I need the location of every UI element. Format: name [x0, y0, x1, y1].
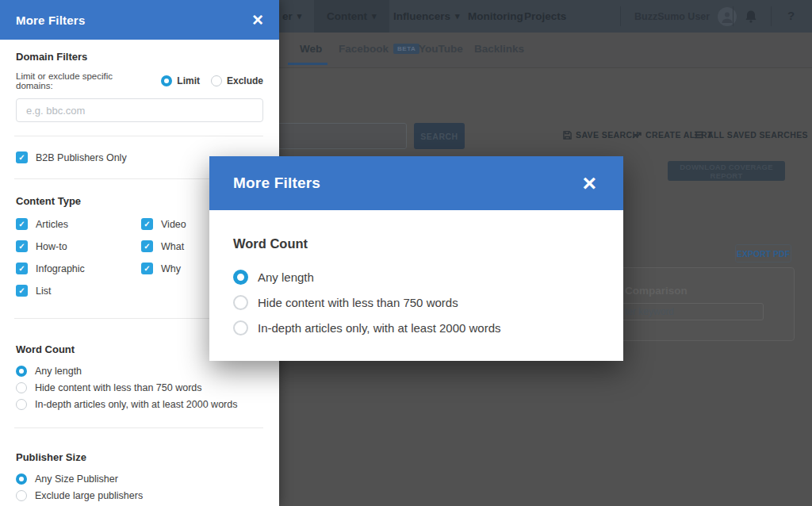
chevron-down-icon: ▾ — [297, 11, 302, 21]
modal-word-count-750[interactable]: Hide content with less than 750 words — [233, 295, 599, 310]
checkbox-checked-icon[interactable]: ✓ — [16, 151, 28, 163]
content-type-articles[interactable]: ✓ Articles — [16, 218, 141, 230]
tab-label: Facebook — [339, 43, 389, 55]
limit-label: Limit — [177, 75, 200, 86]
radio-selected-icon[interactable] — [233, 270, 248, 285]
radio-unselected-icon[interactable] — [16, 382, 27, 393]
nav-divider — [733, 6, 733, 26]
all-saved-searches-label: ALL SAVED SEARCHES — [707, 130, 808, 140]
person-icon — [721, 10, 733, 23]
modal-word-count-any-length[interactable]: Any length — [233, 270, 599, 285]
domain-hint: Limit or exclude specific domains: — [16, 71, 151, 90]
comparison-keyword-input[interactable] — [611, 303, 764, 320]
checkbox-checked-icon[interactable]: ✓ — [16, 263, 28, 274]
publisher-any-size[interactable]: Any Size Publisher — [16, 473, 263, 485]
radio-unselected-icon[interactable] — [16, 399, 27, 410]
panel-header: More Filters × — [0, 0, 279, 40]
radio-unselected-icon[interactable] — [16, 490, 27, 501]
modal-title: More Filters — [233, 174, 320, 192]
screen: er ▾ Content ▾ Influencers ▾ Monitoring … — [0, 0, 812, 506]
tab-backlinks[interactable]: Backlinks — [474, 43, 524, 55]
limit-radio[interactable] — [161, 75, 172, 86]
beta-badge: BETA — [393, 44, 419, 54]
nav-item-label: Content — [327, 10, 367, 22]
close-icon[interactable]: × — [252, 10, 263, 29]
all-saved-searches-link[interactable]: ALL SAVED SEARCHES — [695, 130, 808, 140]
exclude-radio[interactable] — [211, 75, 222, 86]
checkbox-label: List — [36, 286, 51, 297]
radio-unselected-icon[interactable] — [233, 320, 248, 335]
word-count-any-length[interactable]: Any length — [16, 366, 263, 377]
download-coverage-report-button[interactable]: DOWNLOAD COVERAGE REPORT — [668, 161, 785, 181]
nav-item-label: Monitoring — [468, 10, 523, 22]
radio-selected-icon[interactable] — [16, 473, 27, 485]
chevron-down-icon: ▾ — [455, 11, 460, 21]
content-type-list[interactable]: ✓ List — [16, 285, 141, 297]
content-type-howto[interactable]: ✓ How-to — [16, 240, 141, 252]
checkbox-checked-icon[interactable]: ✓ — [141, 218, 153, 230]
modal-body: Word Count Any length Hide content with … — [209, 236, 623, 335]
radio-label: Hide content with less than 750 words — [35, 382, 202, 393]
help-button[interactable]: ? — [787, 9, 795, 22]
radio-selected-icon[interactable] — [16, 366, 27, 377]
checkbox-label: Articles — [36, 219, 68, 230]
nav-item-label: Projects — [524, 10, 566, 22]
panel-title: More Filters — [16, 13, 85, 27]
publisher-size-title: Publisher Size — [16, 451, 263, 463]
word-count-750[interactable]: Hide content with less than 750 words — [16, 382, 263, 393]
comparison-title: Comparison — [625, 285, 688, 297]
save-search-link[interactable]: SAVE SEARCH — [563, 130, 638, 140]
chevron-down-icon: ▾ — [372, 11, 377, 21]
b2b-label: B2B Publishers Only — [36, 152, 127, 163]
publisher-exclude-large[interactable]: Exclude large publishers — [16, 490, 263, 501]
divider — [14, 136, 263, 136]
nav-item-partial[interactable]: er ▾ — [282, 0, 301, 33]
tab-facebook[interactable]: FacebookBETA — [339, 43, 419, 55]
exclude-label: Exclude — [227, 75, 263, 86]
save-icon — [563, 131, 572, 140]
nav-item-monitoring[interactable]: Monitoring — [468, 0, 523, 33]
nav-divider — [620, 6, 621, 26]
active-tab-underline — [288, 63, 327, 65]
radio-label: Hide content with less than 750 words — [258, 296, 458, 309]
radio-label: Any length — [35, 366, 82, 377]
avatar — [718, 7, 737, 26]
nav-item-influencers[interactable]: Influencers ▾ — [393, 0, 460, 33]
tab-web[interactable]: Web — [300, 43, 322, 55]
tab-youtube[interactable]: YouTube — [419, 43, 463, 55]
checkbox-label: How-to — [36, 241, 67, 252]
radio-label: In-depth articles only, with at least 20… — [258, 321, 501, 335]
modal-word-count-2000[interactable]: In-depth articles only, with at least 20… — [233, 320, 599, 335]
user-menu[interactable]: BuzzSumo User — [634, 0, 737, 33]
checkbox-checked-icon[interactable]: ✓ — [16, 285, 28, 297]
domain-input[interactable] — [16, 98, 263, 122]
search-button[interactable]: SEARCH — [414, 123, 465, 149]
content-type-infographic[interactable]: ✓ Infographic — [16, 263, 141, 274]
search-input[interactable] — [262, 123, 407, 149]
word-count-2000[interactable]: In-depth articles only, with at least 20… — [16, 399, 263, 410]
export-pdf-button[interactable]: EXPORT PDF — [735, 244, 791, 263]
checkbox-checked-icon[interactable]: ✓ — [141, 240, 153, 252]
trend-up-icon — [632, 131, 642, 140]
checkbox-label: What — [161, 241, 184, 252]
modal-word-count-title: Word Count — [233, 236, 599, 251]
radio-unselected-icon[interactable] — [233, 295, 248, 310]
checkbox-checked-icon[interactable]: ✓ — [16, 240, 28, 252]
save-search-label: SAVE SEARCH — [576, 130, 638, 140]
radio-label: Any length — [258, 270, 314, 284]
user-name: BuzzSumo User — [634, 11, 710, 22]
domain-limit-exclude-row: Limit or exclude specific domains: Limit… — [16, 71, 263, 90]
nav-item-label: er — [282, 10, 293, 22]
domain-filters-title: Domain Filters — [16, 51, 263, 63]
checkbox-checked-icon[interactable]: ✓ — [16, 218, 28, 230]
nav-item-content[interactable]: Content ▾ — [314, 0, 389, 33]
close-icon[interactable]: × — [582, 171, 596, 195]
notifications-bell-icon[interactable] — [745, 10, 757, 26]
radio-label: In-depth articles only, with at least 20… — [35, 399, 237, 410]
nav-item-label: Influencers — [393, 10, 450, 22]
checkbox-checked-icon[interactable]: ✓ — [141, 263, 153, 274]
list-icon — [695, 131, 703, 139]
nav-item-projects[interactable]: Projects — [524, 0, 566, 33]
checkbox-label: Video — [161, 219, 186, 230]
divider — [14, 427, 263, 428]
